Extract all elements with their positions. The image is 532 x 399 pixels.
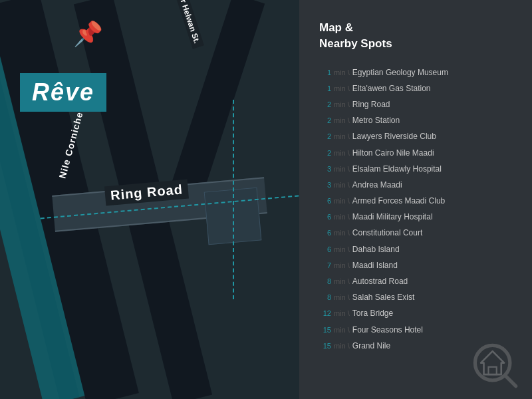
spot-separator: min \ [334,211,350,223]
info-panel: Map & Nearby Spots 1 min \ Egyptian Geol… [299,0,532,399]
list-item: 3 min \ Andrea Maadi [319,179,515,192]
list-item: 2 min \ Ring Road [319,98,515,111]
spot-minutes: 6 [319,227,331,239]
list-item: 1 min \ Egyptian Geology Museum [319,66,515,79]
list-item: 1 min \ Elta'awen Gas Station [319,82,515,95]
spot-name: Autostrad Road [352,275,408,288]
spot-name: Salah Sales Exist [352,291,414,304]
panel-title: Map & Nearby Spots [319,20,515,52]
spot-minutes: 8 [319,292,331,304]
panel-title-line1: Map & [319,21,353,34]
spot-minutes: 15 [319,325,331,336]
spot-separator: min \ [334,164,350,176]
list-item: 8 min \ Salah Sales Exist [319,291,515,304]
list-item: 6 min \ Dahab Island [319,243,515,256]
map-panel: Rêve 📌 Nile Corniche Ring Road Misr Helw… [0,0,299,399]
spot-separator: min \ [334,227,350,239]
spot-name: Egyptian Geology Museum [352,66,448,79]
spot-minutes: 12 [319,308,331,320]
spot-name: Elsalam Eldawly Hospital [352,163,442,176]
spot-separator: min \ [334,115,350,127]
list-item: 12 min \ Tora Bridge [319,307,515,320]
spot-minutes: 6 [319,211,331,223]
list-item: 2 min \ Metro Station [319,114,515,127]
spot-minutes: 1 [319,67,331,79]
list-item: 6 min \ Constitutional Court [319,227,515,239]
list-item: 6 min \ Maadi Military Hospital [319,211,515,223]
svg-marker-2 [481,351,504,374]
spot-separator: min \ [334,292,350,304]
spot-minutes: 15 [319,340,331,352]
spot-separator: min \ [334,99,350,111]
spot-name: Grand Nile [352,340,390,352]
spot-minutes: 2 [319,99,331,111]
list-item: 2 min \ Hilton Cairo Nile Maadi [319,147,515,160]
home-search-icon [472,342,519,389]
spot-name: Constitutional Court [352,227,422,239]
spot-separator: min \ [334,340,350,352]
spot-name: Elta'awen Gas Station [352,82,431,95]
spot-name: Dahab Island [352,243,400,256]
spot-name: Maadi Military Hospital [352,211,433,223]
spot-minutes: 1 [319,83,331,95]
spot-separator: min \ [334,148,350,160]
spot-minutes: 2 [319,115,331,127]
brand-box: Rêve [20,73,106,112]
spot-separator: min \ [334,276,350,288]
spot-minutes: 3 [319,164,331,176]
list-item: 8 min \ Autostrad Road [319,275,515,288]
spots-list: 1 min \ Egyptian Geology Museum 1 min \ … [319,66,515,352]
spot-separator: min \ [334,325,350,336]
brand-label: Rêve [32,78,94,106]
panel-title-line2: Nearby Spots [319,37,392,50]
spot-name: Armed Forces Maadi Club [352,195,445,207]
spot-name: Ring Road [352,98,390,111]
map-pin-icon: 📌 [73,20,103,48]
spot-separator: min \ [334,67,350,79]
spot-minutes: 6 [319,244,331,256]
spot-name: Tora Bridge [352,307,393,320]
spot-minutes: 2 [319,148,331,160]
spot-name: Maadi Island [352,259,398,272]
spot-separator: min \ [334,83,350,95]
spot-separator: min \ [334,244,350,256]
spot-separator: min \ [334,196,350,207]
spot-minutes: 3 [319,180,331,192]
spot-minutes: 8 [319,276,331,288]
list-item: 7 min \ Maadi Island [319,259,515,272]
spot-name: Lawyers Riverside Club [352,130,436,143]
svg-line-1 [505,376,516,386]
dashed-vertical-line [233,100,234,299]
spot-separator: min \ [334,260,350,272]
list-item: 15 min \ Four Seasons Hotel [319,324,515,336]
spot-minutes: 2 [319,131,331,143]
spot-name: Hilton Cairo Nile Maadi [352,147,434,160]
spot-separator: min \ [334,308,350,320]
spot-separator: min \ [334,131,350,143]
list-item: 6 min \ Armed Forces Maadi Club [319,195,515,207]
spot-name: Metro Station [352,114,400,127]
spot-name: Andrea Maadi [352,179,402,192]
spot-minutes: 7 [319,260,331,272]
spot-separator: min \ [334,180,350,192]
spot-minutes: 6 [319,196,331,207]
list-item: 2 min \ Lawyers Riverside Club [319,130,515,143]
spot-name: Four Seasons Hotel [352,324,423,336]
list-item: 3 min \ Elsalam Eldawly Hospital [319,163,515,176]
svg-rect-3 [489,367,497,374]
